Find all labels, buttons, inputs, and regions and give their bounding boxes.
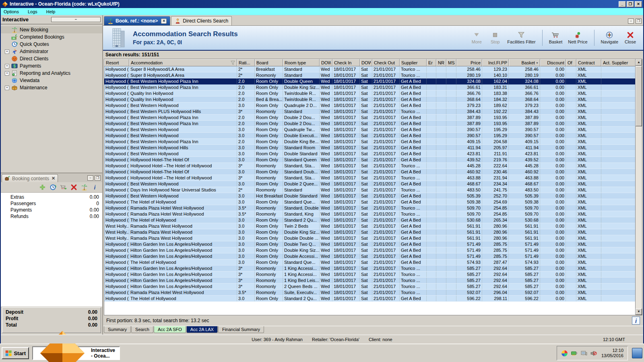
sidebar-item-payments[interactable]: +$Payments [1, 62, 102, 70]
column-header-dow[interactable]: DOW [320, 59, 332, 66]
expand-icon[interactable]: + [5, 71, 9, 76]
tab-booking-ref[interactable]: Book. ref.: <none> ✕ [104, 16, 170, 25]
table-row[interactable]: Hollywood (...Best Western Hollywood Pla… [104, 139, 635, 145]
close-icon[interactable]: ✕ [161, 19, 167, 24]
facilities-filter-button[interactable]: Facilities Filter [505, 31, 538, 45]
view-tab-acc-2a-lax[interactable]: Acc 2A LAX [186, 326, 218, 333]
start-button[interactable]: Start [2, 347, 29, 359]
table-row[interactable]: Hollywood (...Quality Inn Hollywood2.0Be… [104, 97, 635, 103]
table-row[interactable]: Hollywood (...Hollywood Hotel –The Hotel… [104, 163, 635, 169]
table-row[interactable]: West Holly...Ramada Plaza West Hollywood… [104, 229, 635, 235]
refresh-icon[interactable] [50, 184, 56, 191]
doc-maximize-button[interactable]: ❐ [636, 19, 642, 24]
vertical-scrollbar[interactable]: ▲ ▼ [635, 59, 642, 315]
table-row[interactable]: Hollywood (...The Hotel of Hollywood3.0R… [104, 217, 635, 223]
column-header-resort[interactable]: Resort [104, 59, 129, 66]
table-row[interactable]: Hollywood (...Best Western Hollywood Pla… [104, 115, 635, 121]
scrollbar-thumb[interactable] [636, 66, 642, 126]
sidebar-item-quick-quotes[interactable]: +Quick Quotes [1, 41, 102, 48]
add-icon[interactable] [39, 184, 46, 191]
column-header-of[interactable]: Of [566, 59, 576, 66]
table-row[interactable]: Hollywood (...Quality Inn Hollywood2.0Ro… [104, 90, 635, 97]
column-header-ms[interactable]: MS [446, 59, 456, 66]
close-results-button[interactable]: Close [621, 31, 639, 45]
menu-options[interactable]: Options [4, 9, 19, 14]
show-desktop-button[interactable] [632, 348, 642, 358]
booking-contents-row[interactable]: Passengers0 [1, 201, 102, 207]
column-header-check-in[interactable]: Check In [332, 59, 360, 66]
column-header-dow[interactable]: DOW [360, 59, 372, 66]
column-header-discount[interactable]: Discount [540, 59, 566, 66]
table-row[interactable]: West Holly...Ramada Plaza West Hollywood… [104, 235, 635, 241]
view-tab-acc-2a-sfo[interactable]: Acc 2A SFO [154, 326, 186, 333]
network-card-icon[interactable] [571, 350, 578, 357]
basket-button[interactable]: Basket [547, 31, 565, 45]
sidebar-item-direct-clients[interactable]: +Direct Clients [1, 55, 102, 62]
table-row[interactable]: Hollywood (...The Hotel of Hollywood3.0R… [104, 296, 635, 302]
sidebar-item-completed-bookings[interactable]: +Completed Bookings [1, 33, 102, 41]
table-row[interactable]: Hollywood (...Ramada Plaza Hotel West Ho… [104, 205, 635, 211]
table-row[interactable]: Hollywood (...Hollywood Hotel-The Hotel … [104, 169, 635, 175]
taskbar-task-interactive[interactable]: Interactive - Ocea... [32, 346, 120, 360]
scroll-up-button[interactable]: ▲ [636, 59, 642, 66]
antivirus-icon[interactable] [561, 350, 568, 357]
column-header-accommodation[interactable]: Accommodation [129, 59, 237, 66]
table-row[interactable]: Hollywood (...Super 8 Hollywood/LA Area2… [104, 72, 635, 78]
table-row[interactable]: Hollywood (...Best Western Hollywood3.0R… [104, 103, 635, 109]
window-close-button[interactable]: ✕ [635, 1, 642, 7]
nett-price-button[interactable]: Nett Price [566, 31, 590, 45]
panel-maximize-button[interactable]: ❐ [95, 175, 101, 181]
sidebar-item-new-booking[interactable]: +New Booking [1, 26, 102, 33]
navigate-button[interactable]: Navigate [599, 31, 621, 45]
delete-icon[interactable] [70, 184, 77, 191]
column-header-board[interactable]: Board [255, 59, 283, 66]
table-row[interactable]: Hollywood (...Best Western Hollywood3.0R… [104, 181, 635, 187]
view-tab-summary[interactable]: Summary [104, 326, 131, 333]
table-row[interactable]: Hollywood (...Best Western Hollywood Pla… [104, 78, 635, 84]
filter-icon[interactable] [230, 60, 235, 65]
doc-minimize-button[interactable]: − [628, 19, 634, 24]
column-header-room-type[interactable]: Room type [283, 59, 320, 66]
volume-muted-icon[interactable] [590, 350, 597, 357]
table-row[interactable]: Hollywood (...Hilton Garden Inn Los Ange… [104, 253, 635, 259]
table-row[interactable]: Hollywood (...Hollywood Hotel-The Hotel … [104, 157, 635, 163]
table-row[interactable]: Hollywood (...Hilton Garden Inn Los Ange… [104, 241, 635, 247]
column-header-nr[interactable]: NR [436, 59, 446, 66]
column-header-basket[interactable]: Basket▼ [509, 59, 540, 66]
booking-contents-row[interactable]: Extras0.00 [1, 194, 102, 201]
info-icon[interactable]: i [91, 184, 98, 191]
tab-booking-contents[interactable]: Booking contents ✕ [2, 174, 58, 182]
table-row[interactable]: Hollywood (...Hilton Garden Inn Los Ange… [104, 265, 635, 272]
column-header-price[interactable]: Price [456, 59, 482, 66]
palm-icon[interactable] [81, 184, 88, 191]
view-tab-financial-summary[interactable]: Financial Summary [218, 326, 264, 333]
network-icon[interactable] [580, 350, 587, 357]
table-row[interactable]: Hollywood (...Hilton Garden Inn Los Ange… [104, 272, 635, 278]
column-header-act-supplier[interactable]: Act. Supplier [601, 59, 635, 66]
booking-contents-row[interactable]: Payments0.00 [1, 207, 102, 214]
panel-collapse-button[interactable]: − [51, 17, 101, 22]
table-row[interactable]: Hollywood (...The Hotel of Hollywood3.0R… [104, 199, 635, 205]
table-row[interactable]: Hollywood (...Best Western Hollywood3.0H… [104, 193, 635, 199]
menu-logs[interactable]: Logs [28, 9, 37, 14]
sidebar-item-administrator[interactable]: +Administrator [1, 48, 102, 55]
sidebar-item-viewdata[interactable]: +Viewdata [1, 77, 102, 84]
info-button[interactable]: i [632, 317, 640, 325]
panel-minimize-button[interactable]: − [87, 175, 93, 181]
table-row[interactable]: West Holly...Ramada Plaza West Hollywood… [104, 223, 635, 229]
table-row[interactable]: Hollywood (...Hilton Garden Inn Los Ange… [104, 284, 635, 290]
table-row[interactable]: Hollywood (...Hilton Garden Inn Los Ange… [104, 247, 635, 253]
expand-icon[interactable]: + [5, 49, 9, 54]
table-row[interactable]: Hollywood (...Hilton Garden Inn Los Ange… [104, 278, 635, 284]
to-basket-icon[interactable] [60, 184, 67, 191]
table-row[interactable]: Hollywood (...Super 8 Hollywood/LA Area2… [104, 66, 635, 72]
table-row[interactable]: Hollywood (...Best Western Hollywood Hil… [104, 145, 635, 151]
table-row[interactable]: Hollywood (...Best Western Hollywood Pla… [104, 84, 635, 90]
expand-icon[interactable]: + [5, 86, 9, 90]
column-header-contract[interactable]: Contract [576, 59, 601, 66]
tab-direct-clients-search[interactable]: Direct Clients Search [171, 16, 232, 25]
column-header-incl-fl-pp[interactable]: Incl.Fl.PP [482, 59, 509, 66]
close-icon[interactable]: ✕ [52, 176, 55, 181]
column-header-check-out[interactable]: Check Out [372, 59, 400, 66]
window-maximize-button[interactable]: ❐ [627, 1, 634, 7]
